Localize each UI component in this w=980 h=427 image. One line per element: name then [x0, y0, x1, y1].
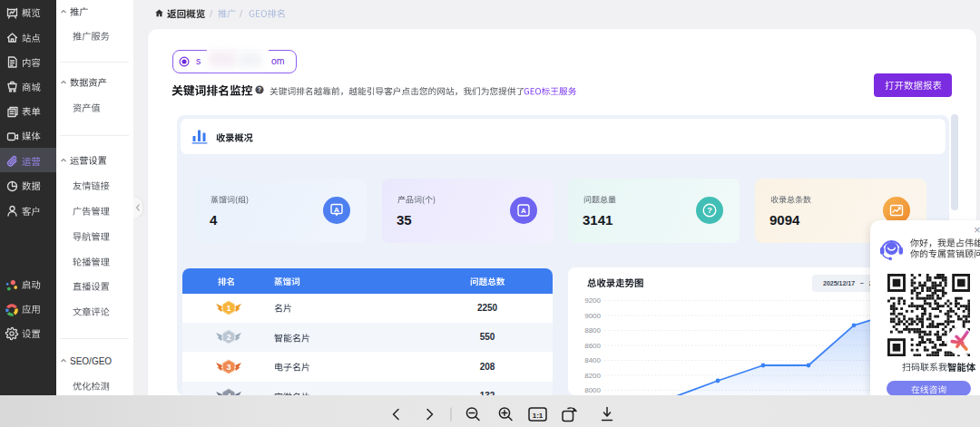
svg-text:2: 2: [227, 333, 231, 342]
svg-text:3: 3: [227, 362, 231, 371]
svg-text:1:1: 1:1: [533, 412, 544, 420]
svg-text:A: A: [521, 207, 526, 215]
svg-text:?: ?: [707, 206, 712, 215]
svg-text:A: A: [334, 206, 339, 214]
svg-text:?: ?: [258, 86, 261, 92]
svg-text:1: 1: [227, 303, 231, 312]
